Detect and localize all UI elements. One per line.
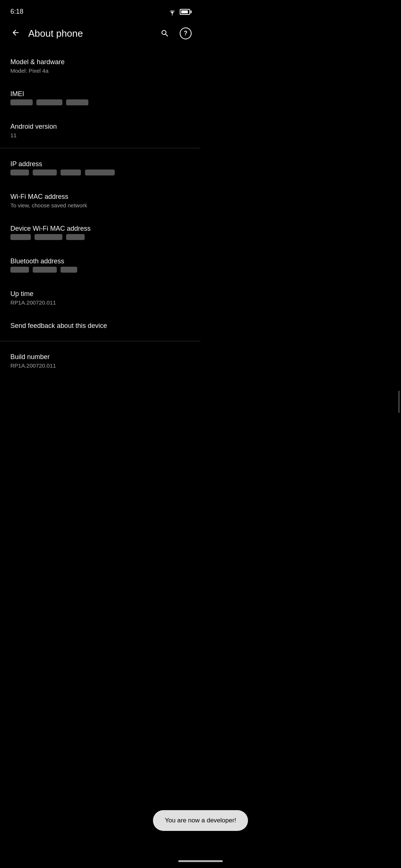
help-icon: ?: [180, 27, 192, 39]
setting-imei[interactable]: IMEI: [0, 82, 200, 115]
status-time: 6:18: [10, 8, 23, 16]
status-icons: [168, 9, 190, 15]
setting-uptime-value: RP1A.200720.011: [10, 299, 190, 306]
setting-imei-label: IMEI: [10, 90, 190, 98]
setting-bluetooth[interactable]: Bluetooth address: [0, 249, 200, 282]
setting-bluetooth-label: Bluetooth address: [10, 257, 190, 265]
setting-wifi-mac-value: To view, choose saved network: [10, 202, 190, 208]
app-bar: About phone ?: [0, 20, 200, 46]
settings-group-2: IP address Wi-Fi MAC address To view, ch…: [0, 152, 200, 339]
setting-model-hardware-value: Model: Pixel 4a: [10, 68, 190, 74]
wifi-icon: [168, 9, 177, 15]
setting-build-number-label: Build number: [10, 353, 190, 361]
setting-uptime[interactable]: Up time RP1A.200720.011: [0, 282, 200, 314]
setting-uptime-label: Up time: [10, 290, 190, 298]
setting-feedback-label: Send feedback about this device: [10, 322, 190, 330]
settings-group-1: Model & hardware Model: Pixel 4a IMEI An…: [0, 50, 200, 147]
setting-device-wifi-mac-label: Device Wi-Fi MAC address: [10, 225, 190, 233]
setting-model-hardware-label: Model & hardware: [10, 58, 190, 66]
setting-android-version-value: 11: [10, 132, 190, 138]
setting-device-wifi-mac[interactable]: Device Wi-Fi MAC address: [0, 217, 200, 249]
setting-ip-address[interactable]: IP address: [0, 152, 200, 185]
battery-icon: [180, 9, 190, 15]
status-bar: 6:18: [0, 0, 200, 20]
search-button[interactable]: [157, 26, 172, 41]
back-button[interactable]: [7, 24, 24, 42]
setting-ip-address-label: IP address: [10, 160, 190, 168]
setting-android-version-label: Android version: [10, 123, 190, 131]
divider-2: [0, 341, 200, 341]
setting-device-wifi-mac-value: [10, 234, 190, 241]
setting-build-number[interactable]: Build number RP1A.200720.011: [0, 345, 200, 377]
page-title: About phone: [28, 28, 157, 39]
help-button[interactable]: ?: [178, 26, 193, 41]
svg-point-0: [172, 14, 173, 15]
app-bar-actions: ?: [157, 26, 193, 41]
setting-feedback[interactable]: Send feedback about this device: [0, 314, 200, 339]
setting-android-version[interactable]: Android version 11: [0, 115, 200, 147]
setting-bluetooth-value: [10, 267, 190, 274]
setting-ip-address-value: [10, 170, 190, 177]
setting-wifi-mac[interactable]: Wi-Fi MAC address To view, choose saved …: [0, 185, 200, 217]
setting-build-number-value: RP1A.200720.011: [10, 362, 190, 369]
setting-model-hardware[interactable]: Model & hardware Model: Pixel 4a: [0, 50, 200, 82]
settings-group-3: Build number RP1A.200720.011: [0, 345, 200, 377]
setting-wifi-mac-label: Wi-Fi MAC address: [10, 193, 190, 201]
setting-imei-value: [10, 99, 190, 106]
divider-1: [0, 148, 200, 148]
